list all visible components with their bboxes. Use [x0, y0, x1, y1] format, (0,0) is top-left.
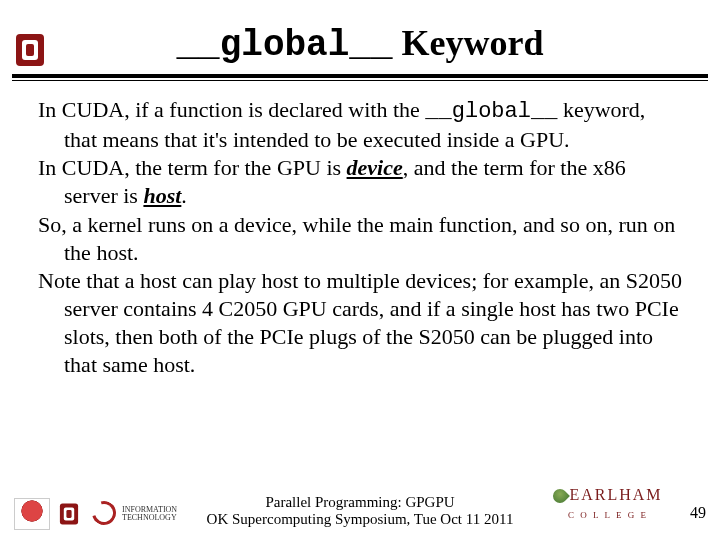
earlham-bottom: C O L L E G E [568, 510, 648, 520]
slide-title: __global__ Keyword [60, 24, 660, 66]
page-number: 49 [690, 504, 706, 522]
paragraph-2: In CUDA, the term for the GPU is device,… [38, 154, 682, 210]
title-code: __global__ [176, 25, 392, 66]
svg-rect-2 [26, 44, 34, 56]
paragraph-1: In CUDA, if a function is declared with … [38, 96, 682, 154]
text: In CUDA, if a function is declared with … [38, 97, 425, 122]
header: __global__ Keyword [0, 0, 720, 78]
term-device: device [347, 155, 403, 180]
earlham-top: EARLHAM [569, 486, 662, 503]
slide: __global__ Keyword In CUDA, if a functio… [0, 0, 720, 540]
ou-logo-icon [10, 30, 50, 70]
paragraph-4: Note that a host can play host to multip… [38, 267, 682, 380]
footer: INFORMATIONTECHNOLOGY Parallel Programmi… [0, 478, 720, 534]
slide-body: In CUDA, if a function is declared with … [38, 96, 682, 380]
text: In CUDA, the term for the GPU is [38, 155, 347, 180]
title-word: Keyword [402, 23, 544, 63]
text: . [181, 183, 187, 208]
inline-code: __global__ [425, 99, 557, 124]
earlham-logo: EARLHAM C O L L E G E [548, 486, 668, 522]
leaf-icon [551, 486, 571, 506]
paragraph-3: So, a kernel runs on a device, while the… [38, 211, 682, 267]
title-underline [12, 74, 708, 78]
term-host: host [143, 183, 181, 208]
